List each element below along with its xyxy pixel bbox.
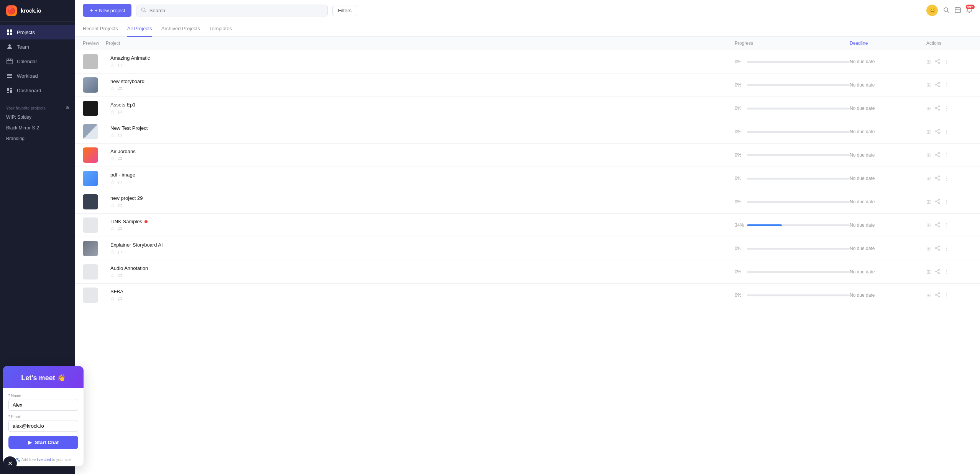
- more-icon[interactable]: ⋮: [944, 175, 949, 181]
- tab-archived-projects[interactable]: Archived Projects: [161, 21, 200, 37]
- new-project-button[interactable]: ＋ + New project: [83, 4, 131, 17]
- tag-icon[interactable]: 🏷: [117, 132, 122, 138]
- project-thumbnail[interactable]: [83, 217, 98, 233]
- project-thumbnail[interactable]: [83, 194, 98, 209]
- project-name[interactable]: Explainer Storyboard AI: [110, 242, 735, 248]
- star-icon[interactable]: ☆: [110, 109, 115, 115]
- sidebar-item-workload[interactable]: Workload: [0, 69, 75, 83]
- star-icon[interactable]: ☆: [110, 156, 115, 162]
- more-icon[interactable]: ⋮: [944, 129, 949, 135]
- project-thumbnail[interactable]: [83, 264, 98, 279]
- avatar[interactable]: 😊: [926, 5, 938, 16]
- project-thumbnail[interactable]: [83, 147, 98, 163]
- project-name[interactable]: New Test Project: [110, 125, 735, 131]
- project-thumbnail[interactable]: [83, 54, 98, 69]
- manage-icon[interactable]: ⊞: [926, 129, 931, 135]
- manage-icon[interactable]: ⊞: [926, 199, 931, 205]
- project-thumbnail[interactable]: [83, 288, 98, 303]
- share-icon[interactable]: [935, 269, 940, 275]
- live-chat-link[interactable]: live chat: [37, 458, 51, 462]
- project-thumbnail[interactable]: [83, 241, 98, 256]
- star-icon[interactable]: ☆: [110, 179, 115, 185]
- tag-icon[interactable]: 🏷: [117, 156, 122, 162]
- notification-badge[interactable]: 99+: [966, 7, 972, 14]
- project-name[interactable]: new storyboard: [110, 78, 735, 84]
- add-favorite-icon[interactable]: ⊕: [66, 105, 69, 110]
- share-icon[interactable]: [935, 152, 940, 159]
- manage-icon[interactable]: ⊞: [926, 105, 931, 111]
- more-icon[interactable]: ⋮: [944, 199, 949, 205]
- tab-recent-projects[interactable]: Recent Projects: [83, 21, 118, 37]
- tag-icon[interactable]: 🏷: [117, 296, 122, 302]
- project-name[interactable]: Air Jordans: [110, 149, 735, 154]
- project-name[interactable]: SFBA: [110, 289, 735, 294]
- filters-button[interactable]: Filters: [332, 5, 357, 16]
- manage-icon[interactable]: ⊞: [926, 222, 931, 228]
- manage-icon[interactable]: ⊞: [926, 152, 931, 158]
- more-icon[interactable]: ⋮: [944, 82, 949, 88]
- more-icon[interactable]: ⋮: [944, 152, 949, 158]
- tag-icon[interactable]: 🏷: [117, 109, 122, 115]
- share-icon[interactable]: [935, 199, 940, 205]
- share-icon[interactable]: [935, 292, 940, 299]
- project-name[interactable]: pdf - image: [110, 172, 735, 178]
- start-chat-button[interactable]: ▶ Start Chat: [8, 436, 78, 449]
- share-icon[interactable]: [935, 222, 940, 229]
- share-icon[interactable]: [935, 129, 940, 135]
- star-icon[interactable]: ☆: [110, 132, 115, 138]
- sidebar-item-team[interactable]: Team: [0, 39, 75, 54]
- tag-icon[interactable]: 🏷: [117, 249, 122, 255]
- more-icon[interactable]: ⋮: [944, 59, 949, 65]
- sidebar-item-dashboard[interactable]: Dashboard: [0, 83, 75, 98]
- star-icon[interactable]: ☆: [110, 203, 115, 208]
- more-icon[interactable]: ⋮: [944, 292, 949, 298]
- project-thumbnail[interactable]: [83, 124, 98, 139]
- manage-icon[interactable]: ⊞: [926, 82, 931, 88]
- project-name[interactable]: Assets Ep1: [110, 102, 735, 108]
- more-icon[interactable]: ⋮: [944, 245, 949, 252]
- star-icon[interactable]: ☆: [110, 296, 115, 302]
- star-icon[interactable]: ☆: [110, 226, 115, 232]
- star-icon[interactable]: ☆: [110, 273, 115, 278]
- close-chat-button[interactable]: ✕: [3, 456, 17, 470]
- manage-icon[interactable]: ⊞: [926, 269, 931, 275]
- project-thumbnail[interactable]: [83, 171, 98, 186]
- search-bar[interactable]: [136, 5, 328, 16]
- project-name[interactable]: new project 29: [110, 195, 735, 201]
- project-name[interactable]: LINK Samples: [110, 219, 735, 224]
- more-icon[interactable]: ⋮: [944, 105, 949, 111]
- name-input[interactable]: [8, 399, 78, 411]
- tag-icon[interactable]: 🏷: [117, 179, 122, 185]
- manage-icon[interactable]: ⊞: [926, 175, 931, 181]
- tag-icon[interactable]: 🏷: [117, 203, 122, 208]
- star-icon[interactable]: ☆: [110, 86, 115, 92]
- project-name[interactable]: Amazing Animatic: [110, 55, 735, 61]
- tag-icon[interactable]: 🏷: [117, 62, 122, 68]
- star-icon[interactable]: ☆: [110, 249, 115, 255]
- manage-icon[interactable]: ⊞: [926, 59, 931, 65]
- tag-icon[interactable]: 🏷: [117, 86, 122, 92]
- favorite-item-spidey[interactable]: WIP: Spidey: [0, 112, 75, 123]
- tab-all-projects[interactable]: All Projects: [127, 21, 152, 37]
- calendar-topbar-icon[interactable]: [955, 7, 961, 14]
- favorite-item-blackmirror[interactable]: Black Mirror S-2: [0, 123, 75, 133]
- sidebar-item-calendar[interactable]: Calendar: [0, 54, 75, 69]
- search-input[interactable]: [149, 8, 323, 13]
- project-thumbnail[interactable]: [83, 77, 98, 93]
- share-icon[interactable]: [935, 59, 940, 65]
- more-icon[interactable]: ⋮: [944, 269, 949, 275]
- tag-icon[interactable]: 🏷: [117, 273, 122, 278]
- email-input[interactable]: [8, 420, 78, 432]
- search-topbar-icon[interactable]: [943, 7, 949, 14]
- share-icon[interactable]: [935, 175, 940, 182]
- sidebar-item-projects[interactable]: Projects: [0, 25, 75, 39]
- tag-icon[interactable]: 🏷: [117, 226, 122, 232]
- manage-icon[interactable]: ⊞: [926, 245, 931, 252]
- tab-templates[interactable]: Templates: [209, 21, 232, 37]
- share-icon[interactable]: [935, 82, 940, 88]
- star-icon[interactable]: ☆: [110, 62, 115, 68]
- more-icon[interactable]: ⋮: [944, 222, 949, 228]
- project-thumbnail[interactable]: [83, 101, 98, 116]
- share-icon[interactable]: [935, 245, 940, 252]
- favorite-item-branding[interactable]: Branding: [0, 133, 75, 144]
